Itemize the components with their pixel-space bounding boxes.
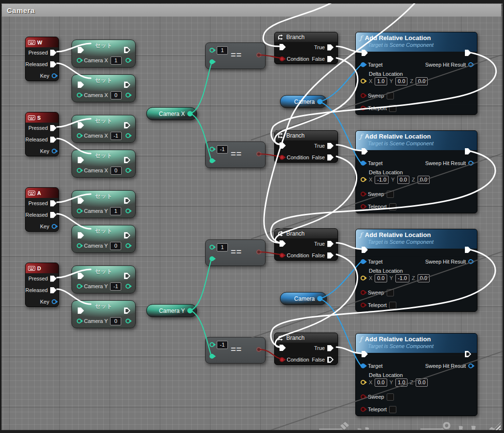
delta-y-input[interactable]: -1.0 [395,274,409,282]
branch-node[interactable]: Branch True Condition False [274,32,338,64]
equals-node[interactable]: -1 == [205,141,266,168]
add-relative-location-node[interactable]: ƒAdd Relative Location Target is Scene C… [355,229,477,312]
condition-pin[interactable] [280,357,284,362]
key-out-pin[interactable] [52,224,56,229]
getter-camera[interactable]: Camera [280,292,327,305]
pressed-exec-pin[interactable] [50,276,56,282]
value-out-pin[interactable] [126,168,130,173]
key-event-node-w[interactable]: W Pressed Released Key [25,37,59,81]
branch-node[interactable]: Branch True Condition False [274,333,338,365]
operand-a-pin[interactable] [210,245,214,250]
value-in-pin[interactable] [77,284,82,289]
value-input[interactable]: 0 [110,242,121,250]
target-pin[interactable] [361,363,365,368]
variable-out-pin[interactable] [317,296,322,301]
operand-b-pin[interactable] [210,354,214,359]
exec-in-pin[interactable] [280,345,286,351]
teleport-pin[interactable] [361,106,365,111]
operand-a-value[interactable]: 1 [217,46,228,55]
operand-b-pin[interactable] [210,256,214,261]
exec-in-pin[interactable] [280,44,286,50]
set-node[interactable]: セット Camera Y-1 [71,265,136,293]
teleport-checkbox[interactable] [389,406,396,413]
condition-pin[interactable] [280,56,284,61]
delta-z-input[interactable]: 0.0 [416,378,428,387]
getter-camera[interactable]: Camera [280,95,327,108]
sweep-hit-result-pin[interactable] [468,62,473,67]
delta-y-input[interactable]: 0.0 [397,176,409,184]
value-out-pin[interactable] [126,133,130,138]
result-out-pin[interactable] [256,53,261,57]
condition-pin[interactable] [280,155,284,160]
comment-header[interactable]: Camera [2,4,501,16]
teleport-pin[interactable] [361,407,365,412]
result-out-pin[interactable] [256,347,261,352]
value-out-pin[interactable] [126,209,130,213]
pressed-exec-pin[interactable] [50,125,56,131]
value-in-pin[interactable] [77,209,82,213]
delta-location-pin[interactable] [361,276,365,280]
value-in-pin[interactable] [77,168,82,173]
key-event-node-a[interactable]: A Pressed Released Key [25,187,59,232]
true-exec-pin[interactable] [327,44,334,51]
pressed-exec-pin[interactable] [50,200,56,207]
sweep-checkbox[interactable] [387,191,394,198]
true-exec-pin[interactable] [327,143,334,149]
true-exec-pin[interactable] [327,345,334,351]
delta-x-input[interactable]: -1.0 [375,176,389,184]
target-pin[interactable] [361,161,365,166]
set-node[interactable]: セット Camera X0 [71,74,136,102]
blueprint-graph-canvas[interactable]: ブループリント Camera W Pressed Released Key S … [0,0,504,433]
exec-in-pin[interactable] [280,240,286,247]
released-exec-pin[interactable] [50,137,56,143]
sweep-checkbox[interactable] [387,92,394,99]
value-input[interactable]: 0 [111,91,122,99]
key-event-node-s[interactable]: S Pressed Released Key [25,112,59,156]
released-exec-pin[interactable] [50,61,56,68]
value-out-pin[interactable] [126,93,130,98]
teleport-checkbox[interactable] [389,302,396,309]
value-in-pin[interactable] [77,133,82,138]
delta-location-pin[interactable] [361,380,365,385]
getter-camera-y[interactable]: Camera Y [146,304,197,317]
sweep-pin[interactable] [361,192,365,196]
key-out-pin[interactable] [52,149,56,154]
delta-z-input[interactable]: 0.0 [418,274,430,282]
sweep-hit-result-pin[interactable] [468,259,473,264]
value-input[interactable]: 1 [110,207,121,215]
teleport-pin[interactable] [361,303,365,307]
delta-x-input[interactable]: 0.0 [375,274,387,282]
exec-in-pin[interactable] [280,142,286,149]
false-exec-pin[interactable] [327,56,334,62]
sweep-hit-result-pin[interactable] [468,363,473,368]
branch-node[interactable]: Branch True Condition False [274,228,338,261]
value-input[interactable]: 1 [111,56,122,65]
sweep-hit-result-pin[interactable] [468,161,473,166]
condition-pin[interactable] [280,253,284,258]
result-out-pin[interactable] [256,250,261,254]
delta-z-input[interactable]: 0.0 [418,176,430,184]
sweep-checkbox[interactable] [387,289,394,296]
teleport-checkbox[interactable] [389,203,396,210]
true-exec-pin[interactable] [327,241,334,247]
add-relative-location-node[interactable]: ƒAdd Relative Location Target is Scene C… [355,130,477,213]
variable-out-pin[interactable] [317,99,322,104]
value-in-pin[interactable] [77,319,82,323]
operand-a-pin[interactable] [210,147,214,152]
value-out-pin[interactable] [126,284,130,289]
add-relative-location-node[interactable]: ƒAdd Relative Location Target is Scene C… [355,333,477,416]
set-node[interactable]: セット Camera Y1 [71,190,136,218]
value-out-pin[interactable] [126,319,130,323]
operand-a-value[interactable]: -1 [217,145,228,154]
equals-node[interactable]: 1 == [205,239,266,266]
value-input[interactable]: 0 [110,317,121,325]
operand-a-value[interactable]: -1 [217,341,228,349]
delta-x-input[interactable]: 0.0 [375,378,387,387]
operand-b-pin[interactable] [210,158,214,163]
branch-node[interactable]: Branch True Condition False [274,130,338,163]
released-exec-pin[interactable] [50,212,56,218]
value-input[interactable]: -1 [110,282,121,291]
false-exec-pin[interactable] [327,357,334,363]
variable-out-pin[interactable] [187,308,193,313]
equals-node[interactable]: -1 == [205,337,266,363]
